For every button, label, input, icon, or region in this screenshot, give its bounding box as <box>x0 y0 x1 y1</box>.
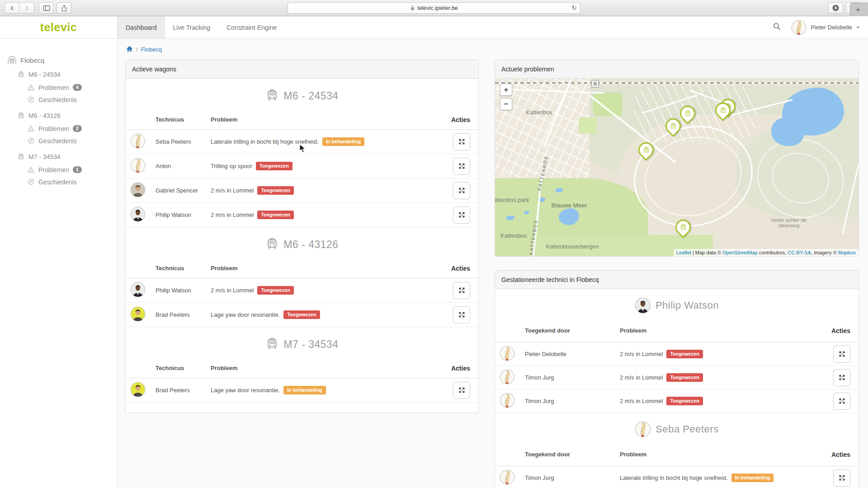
right-column: Actuele problemen <box>495 60 859 488</box>
avatar <box>130 382 146 397</box>
expand-button[interactable] <box>453 306 470 324</box>
user-menu[interactable]: Pieter Delobelle <box>791 20 860 35</box>
sidebar: televic Flobecq M6 - 24534 Problemen 4 G… <box>0 16 118 488</box>
tree-group: M6 - 43126 Problemen 2 Geschiedenis <box>7 109 113 147</box>
sidebar-item-depot[interactable]: Flobecq <box>7 54 113 66</box>
home-icon[interactable] <box>126 46 133 53</box>
nav-tabs: DashboardLive TrackingConstraint Engine <box>118 16 285 38</box>
sidebar-item-geschiedenis[interactable]: Geschiedenis <box>27 94 113 106</box>
train-icon <box>265 236 279 253</box>
expand-button[interactable] <box>453 206 470 224</box>
expand-button[interactable] <box>453 133 470 150</box>
map[interactable]: KattenbosKattenbos parkBlauwe MeerKatten… <box>495 79 859 256</box>
sidebar-item-problemen[interactable]: Problemen 1 <box>27 164 113 176</box>
avatar <box>635 297 651 314</box>
status-badge: Toegewezen <box>666 350 703 358</box>
sidebar-item-geschiedenis[interactable]: Geschiedenis <box>27 176 113 188</box>
train-heading: M6 - 43126 <box>126 227 478 258</box>
wagon-row: Anton Trilling op spoorToegewezen <box>126 154 478 178</box>
problem-count-badge: 1 <box>73 166 82 173</box>
tab-constraint-engine[interactable]: Constraint Engine <box>218 16 285 38</box>
attribution-link[interactable]: Leaflet <box>676 250 691 255</box>
attribution-link[interactable]: OpenStreetMap <box>722 250 758 255</box>
browser-chrome: televic.ipieter.be ↻ + <box>0 0 868 16</box>
map-field <box>593 93 622 116</box>
problem-text: Laterale trilling in bocht bij hoge snel… <box>620 474 728 481</box>
attribution-link[interactable]: Mapbox <box>838 250 856 255</box>
warning-icon <box>27 84 35 91</box>
app-frame: televic Flobecq M6 - 24534 Problemen 4 G… <box>0 16 868 488</box>
downloads-button[interactable] <box>828 2 843 14</box>
map-pond <box>524 211 529 214</box>
sidebar-item-problemen[interactable]: Problemen 4 <box>27 81 113 94</box>
zoom-out-button[interactable]: − <box>500 98 512 110</box>
problem-count-badge: 4 <box>73 84 82 91</box>
technician-name: Seba Peeters <box>156 138 211 145</box>
train-icon <box>677 221 689 234</box>
map-attribution: Leaflet | Map data © OpenStreetMap contr… <box>674 249 859 256</box>
attribution-link[interactable]: CC-BY-SA <box>788 250 811 255</box>
sidebar-item-train[interactable]: M6 - 24534 <box>17 68 113 80</box>
back-icon <box>9 5 15 11</box>
col-header-acties: Acties <box>427 365 470 372</box>
expand-button[interactable] <box>453 382 470 399</box>
expand-button[interactable] <box>833 369 850 386</box>
status-badge: Toegewezen <box>257 286 294 295</box>
url-bar[interactable]: televic.ipieter.be ↻ <box>288 2 580 14</box>
col-header-toegekend-door: Toegekend door <box>525 451 620 458</box>
lock-icon <box>410 5 415 11</box>
expand-button[interactable] <box>453 158 470 175</box>
avatar <box>130 206 146 222</box>
expand-button[interactable] <box>833 346 850 363</box>
problem-text: 2 m/s in Lommel <box>620 351 663 357</box>
table-header-row: Technicus Probleem Acties <box>126 110 478 130</box>
sidebar-item-train[interactable]: M7 - 34534 <box>17 150 113 163</box>
share-button[interactable] <box>57 2 71 14</box>
avatar <box>130 158 146 173</box>
table-header-row: Toegekend door Probleem Acties <box>495 443 859 466</box>
expand-button[interactable] <box>453 282 470 299</box>
reload-icon[interactable]: ↻ <box>571 4 577 11</box>
breadcrumb-separator: / <box>136 46 138 53</box>
col-header-probleem: Probleem <box>620 327 807 334</box>
expand-button[interactable] <box>453 182 470 199</box>
geschiedenis-label: Geschiedenis <box>38 137 77 145</box>
problem-text: 2 m/s in Lommel <box>620 398 663 404</box>
tab-dashboard[interactable]: Dashboard <box>118 16 165 38</box>
assigned-by-name: Pieter Delobelle <box>525 351 620 357</box>
expand-button[interactable] <box>833 469 850 487</box>
avatar <box>500 393 515 408</box>
technician-row: Pieter Delobelle 2 m/s in LommelToegewez… <box>495 343 859 366</box>
expand-button[interactable] <box>833 393 850 410</box>
panel-title: Actieve wagons <box>126 60 478 79</box>
problem-text: Lage yaw door resonantie. <box>211 387 280 394</box>
user-name: Pieter Delobelle <box>811 24 852 31</box>
assigned-by-name: Timon Jurg <box>525 374 620 381</box>
sidebar-item-train[interactable]: M6 - 43126 <box>17 109 113 122</box>
table-header-row: Technicus Probleem Acties <box>126 258 478 278</box>
breadcrumb-current[interactable]: Flobecq <box>141 46 162 53</box>
search-icon[interactable] <box>773 22 781 33</box>
warning-icon <box>27 125 35 132</box>
technician-heading: Seba Peeters <box>495 413 859 443</box>
panel-title: Actuele problemen <box>495 60 859 79</box>
train-title: M7 - 34534 <box>283 338 338 351</box>
sidebar-item-problemen[interactable]: Problemen 2 <box>27 122 113 135</box>
zoom-in-button[interactable]: + <box>500 84 512 96</box>
status-badge: In behandeling <box>731 474 774 482</box>
technician-row: Timon Jurg Laterale trilling in bocht bi… <box>495 466 859 488</box>
sidebar-item-geschiedenis[interactable]: Geschiedenis <box>27 135 113 147</box>
active-wagons-body: M6 - 24534 Technicus Probleem Acties Seb… <box>126 79 478 413</box>
new-tab-button[interactable]: + <box>850 3 868 16</box>
back-button[interactable] <box>5 2 19 14</box>
map-label: Kattenbos <box>526 109 552 116</box>
tab-live-tracking[interactable]: Live Tracking <box>165 16 218 38</box>
train-label: M6 - 24534 <box>28 71 61 78</box>
technician-name: Philip Watson <box>156 211 211 218</box>
avatar <box>130 282 146 297</box>
sidebar-toggle-button[interactable] <box>39 2 54 14</box>
status-badge: Toegewezen <box>666 373 703 382</box>
map-label: Kattenbos <box>500 232 527 239</box>
forward-button[interactable] <box>19 2 34 14</box>
columns: Actieve wagons M6 - 24534 Technicus Prob… <box>125 60 859 488</box>
